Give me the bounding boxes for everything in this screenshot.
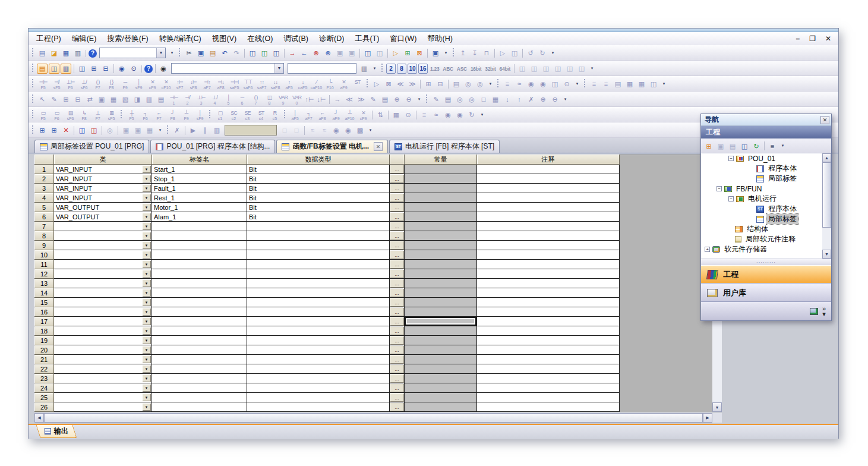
constant-cell[interactable] [405,193,477,203]
class-cell[interactable]: ▼ [54,336,152,345]
class-cell[interactable]: VAR_INPUT ▼ [54,193,152,203]
comment-cell[interactable] [477,174,620,184]
edit-ladder-icon[interactable]: ▷ [371,79,382,89]
tree-item[interactable]: ST 程序本体 [701,204,831,214]
toolbar-grip[interactable] [497,78,499,89]
sort-up-icon[interactable]: ↑ [514,95,525,105]
constant-cell[interactable] [405,174,477,184]
device-display-sel-icon[interactable]: ◉ [116,64,127,74]
data-type-cell[interactable] [247,364,390,374]
label-list-icon[interactable]: ▤ [613,79,623,89]
toolbar-grip[interactable] [31,94,34,104]
row-number-cell[interactable]: 18 [34,326,54,336]
scan-down-icon[interactable]: ↻ [537,48,548,58]
interlock-edit-icon[interactable]: ✎ [49,95,59,105]
constant-cell[interactable] [405,374,477,383]
data-type-header[interactable]: 数据类型 [247,155,390,165]
npulse-open-branch-icon[interactable]: ↑↑saF7 [255,78,268,92]
comment-display-icon[interactable]: ≡ [502,79,513,89]
comment-cell[interactable] [477,298,620,307]
tree-item-label[interactable]: 局部标签 [766,214,798,224]
scan-up-icon[interactable]: ↺ [525,48,536,58]
doc-run-icon[interactable]: ▷ [390,48,401,58]
tree-expander[interactable]: − [728,196,734,201]
redo-icon[interactable]: ↷ [231,48,242,58]
toolbar-overflow-button[interactable]: ▾ [661,78,667,89]
device-replace-icon[interactable]: ◫ [550,79,560,89]
class-dropdown-button[interactable]: ▼ [142,327,151,335]
class-dropdown-button[interactable]: ▼ [142,393,151,401]
data-type-cell[interactable] [247,250,390,260]
new-project-icon[interactable]: ▤ [37,48,48,58]
class-dropdown-button[interactable]: ▼ [142,403,151,411]
pulse-edge2-icon[interactable]: ↓⊢ [316,95,327,105]
sort-rows-icon[interactable]: ⇅ [375,110,386,120]
class-dropdown-button[interactable]: ▼ [142,251,151,259]
menu-item[interactable]: 转换/编译(C) [154,33,207,44]
horizontal-line-icon[interactable]: ─F9 [119,78,131,92]
toolbar-grip[interactable] [425,94,428,104]
read-from-plc-icon[interactable]: ← [299,48,310,58]
type-browse-button[interactable]: ... [390,288,405,298]
class-dropdown-button[interactable]: ▼ [142,222,151,230]
type-browse-button[interactable]: ... [390,203,405,212]
constant-cell[interactable] [405,184,477,193]
toolbar-grip[interactable] [31,125,34,135]
print-icon[interactable]: ▥ [72,48,83,58]
type-browse-button[interactable]: ... [390,364,405,374]
class-cell[interactable]: ▼ [54,298,152,307]
comment-header[interactable]: 注释 [477,155,620,165]
comment-cell[interactable] [477,241,620,250]
menu-item[interactable]: 诊断(D) [314,33,349,44]
zoom-find-icon[interactable]: ⊙ [403,110,414,120]
indent-icon[interactable]: ≡ [589,79,599,89]
tree-item-label[interactable]: 程序本体 [766,204,798,214]
sfc-trans-icon[interactable]: ⊠sF5 [105,109,118,122]
row-number-cell[interactable]: 23 [34,374,54,383]
class-cell[interactable]: ▼ [54,231,152,241]
user-library-button[interactable]: 用户库 [701,284,831,302]
zoom-doc-icon[interactable]: ▥ [359,64,370,74]
label-name-cell[interactable] [152,393,247,402]
type-browse-button[interactable]: ... [390,241,405,250]
label-name-cell[interactable] [152,269,247,279]
type-browse-button[interactable]: ... [390,193,405,203]
sfc-find2-icon[interactable]: ◎ [466,95,477,105]
open-contact-icon[interactable]: ⊣⊢F5 [37,78,49,92]
coil-icon[interactable]: ( )F7 [91,78,104,92]
data-type-cell[interactable] [247,231,390,241]
tab-pou01-program-body[interactable]: POU_01 [PRG] 程序本体 [结构... [150,140,275,153]
sfc-st-icon[interactable]: STc4 [255,109,267,122]
zoom-table-icon[interactable]: ▦ [391,110,402,120]
comment-cell[interactable] [477,374,620,383]
menu-item[interactable]: 工程(P) [31,33,67,44]
remote-op2-icon[interactable]: ▣ [346,48,357,58]
new-declaration-red-icon[interactable]: ◫ [89,125,99,136]
comment-cell[interactable] [477,212,620,222]
data-type-cell[interactable] [247,288,390,298]
pulse-result-down-icon[interactable]: ∕caF10 [310,78,323,92]
row-number-cell[interactable]: 6 [34,212,54,222]
type-browse-button[interactable]: ... [390,326,405,336]
cut-icon[interactable]: ✂ [184,48,194,58]
tab-local-label-pou01[interactable]: 局部标签设置 POU_01 [PRG] [34,140,149,153]
row-number-cell[interactable]: 1 [34,165,54,174]
row-number-cell[interactable]: 4 [34,193,54,203]
menu-item[interactable]: 视图(V) [207,33,242,44]
tree-item[interactable]: 局部软元件注释 [701,234,831,244]
class-dropdown-button[interactable]: ▼ [142,232,151,240]
pulse-up-icon[interactable]: ↑⊢sF7 [173,78,186,92]
jump-fwd-icon[interactable]: ≫ [356,95,367,105]
label-name-header[interactable]: 标签名 [152,155,247,165]
label-name-cell[interactable] [152,364,247,374]
tree-item[interactable]: 程序本体 [701,163,831,174]
device-skip5-icon[interactable]: ◫ [564,64,575,74]
data-type-cell[interactable] [247,298,390,307]
type-browse-button[interactable]: ... [390,355,405,364]
toolbar-overflow-button[interactable]: ▾ [574,78,580,89]
data-type-cell[interactable]: Bit [247,193,390,203]
tree-item-label[interactable]: 电机运行 [746,194,778,204]
fbd-branch-close-icon[interactable]: ⊥/4 [209,93,221,107]
sfc-end-icon[interactable]: ⊥F7 [91,109,104,122]
toolbar-overflow-button[interactable]: ▾ [157,125,163,136]
